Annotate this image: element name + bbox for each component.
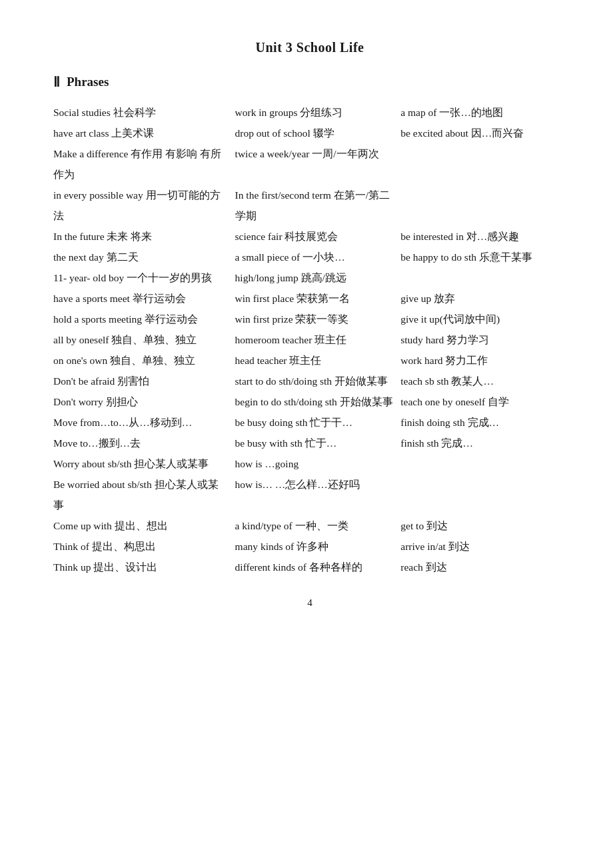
phrase-row: Think of 提出、构思出many kinds of 许多种arrive i… bbox=[53, 536, 566, 557]
roman-numeral: Ⅱ bbox=[53, 74, 60, 90]
phrase-item: how is… …怎么样…还好吗 bbox=[235, 474, 401, 495]
phrase-row: the next day 第二天a small piece of 一小块…be … bbox=[53, 247, 566, 267]
page-number: 4 bbox=[53, 597, 566, 609]
phrase-row: Think up 提出、设计出different kinds of 各种各样的r… bbox=[53, 557, 566, 577]
phrase-item: work in groups 分组练习 bbox=[235, 102, 401, 123]
phrase-row: Social studies 社会科学work in groups 分组练习a … bbox=[53, 102, 566, 123]
phrase-item: in every possible way 用一切可能的方法 bbox=[53, 185, 235, 226]
phrase-item: high/long jump 跳高/跳远 bbox=[235, 267, 401, 288]
phrase-row: 11- year- old boy 一个十一岁的男孩high/long jump… bbox=[53, 267, 566, 288]
phrase-item: Move from…to…从…移动到… bbox=[53, 412, 235, 433]
phrase-row: all by oneself 独自、单独、独立homeroom teacher … bbox=[53, 329, 566, 350]
phrase-row: have art class 上美术课drop out of school 辍学… bbox=[53, 123, 566, 143]
phrase-item: Social studies 社会科学 bbox=[53, 102, 235, 123]
phrase-item: the next day 第二天 bbox=[53, 247, 235, 267]
phrase-item: how is …going bbox=[235, 453, 401, 474]
phrase-item: study hard 努力学习 bbox=[400, 329, 566, 350]
phrase-item: have a sports meet 举行运动会 bbox=[53, 288, 235, 309]
phrase-item: win first prize 荣获一等奖 bbox=[235, 309, 401, 329]
phrase-item: work hard 努力工作 bbox=[400, 350, 566, 371]
phrase-row: on one's own 独自、单独、独立head teacher 班主任wor… bbox=[53, 350, 566, 371]
phrase-item: be busy doing sth 忙于干… bbox=[235, 412, 401, 433]
phrase-row: Move to…搬到…去be busy with sth 忙于…finish s… bbox=[53, 433, 566, 453]
phrase-item: start to do sth/doing sth 开始做某事 bbox=[235, 371, 401, 391]
phrase-item: In the future 未来 将来 bbox=[53, 226, 235, 247]
phrases-grid: Social studies 社会科学work in groups 分组练习a … bbox=[53, 102, 566, 577]
phrase-row: Be worried about sb/sth 担心某人或某事how is… …… bbox=[53, 474, 566, 515]
phrase-row: Come up with 提出、想出a kind/type of 一种、一类ge… bbox=[53, 515, 566, 536]
phrase-item: give it up(代词放中间) bbox=[400, 309, 566, 329]
phrase-item: hold a sports meeting 举行运动会 bbox=[53, 309, 235, 329]
phrase-item: Think of 提出、构思出 bbox=[53, 536, 235, 557]
phrase-item: reach 到达 bbox=[400, 557, 566, 577]
phrase-item: Don't worry 别担心 bbox=[53, 391, 235, 412]
phrase-item: have art class 上美术课 bbox=[53, 123, 235, 143]
phrase-item: In the first/second term 在第一/第二学期 bbox=[235, 185, 401, 226]
phrase-item: twice a week/year 一周/一年两次 bbox=[235, 143, 401, 164]
phrase-item: Worry about sb/sth 担心某人或某事 bbox=[53, 453, 235, 474]
phrase-item: Don't be afraid 别害怕 bbox=[53, 371, 235, 391]
phrase-item: Move to…搬到…去 bbox=[53, 433, 235, 453]
phrase-row: Worry about sb/sth 担心某人或某事how is …going bbox=[53, 453, 566, 474]
phrase-row: In the future 未来 将来science fair 科技展览会be … bbox=[53, 226, 566, 247]
phrase-item: a small piece of 一小块… bbox=[235, 247, 401, 267]
phrase-item: 11- year- old boy 一个十一岁的男孩 bbox=[53, 267, 235, 288]
page-title: Unit 3 School Life bbox=[53, 40, 566, 55]
phrase-row: in every possible way 用一切可能的方法In the fir… bbox=[53, 185, 566, 226]
phrase-item: win first place 荣获第一名 bbox=[235, 288, 401, 309]
phrase-item: homeroom teacher 班主任 bbox=[235, 329, 401, 350]
phrase-row: Don't worry 别担心begin to do sth/doing sth… bbox=[53, 391, 566, 412]
phrase-item: be happy to do sth 乐意干某事 bbox=[400, 247, 566, 267]
phrase-item: science fair 科技展览会 bbox=[235, 226, 401, 247]
phrase-item: many kinds of 许多种 bbox=[235, 536, 401, 557]
phrase-item: Be worried about sb/sth 担心某人或某事 bbox=[53, 474, 235, 515]
phrase-item: arrive in/at 到达 bbox=[400, 536, 566, 557]
phrase-item: be excited about 因…而兴奋 bbox=[400, 123, 566, 143]
phrase-item: Make a difference 有作用 有影响 有所作为 bbox=[53, 143, 235, 185]
phrase-row: Make a difference 有作用 有影响 有所作为twice a we… bbox=[53, 143, 566, 185]
phrase-item: drop out of school 辍学 bbox=[235, 123, 401, 143]
phrase-item: a kind/type of 一种、一类 bbox=[235, 515, 401, 536]
phrase-item: on one's own 独自、单独、独立 bbox=[53, 350, 235, 371]
phrase-item: get to 到达 bbox=[400, 515, 566, 536]
phrase-item: Come up with 提出、想出 bbox=[53, 515, 235, 536]
phrase-item: be interested in 对…感兴趣 bbox=[400, 226, 566, 247]
phrase-item: different kinds of 各种各样的 bbox=[235, 557, 401, 577]
phrase-row: Don't be afraid 别害怕start to do sth/doing… bbox=[53, 371, 566, 391]
phrase-item: Think up 提出、设计出 bbox=[53, 557, 235, 577]
phrase-item: finish sth 完成… bbox=[400, 433, 566, 453]
phrase-item: all by oneself 独自、单独、独立 bbox=[53, 329, 235, 350]
section-header: Ⅱ Phrases bbox=[53, 74, 566, 90]
section-heading: Phrases bbox=[67, 75, 109, 89]
phrase-item: give up 放弃 bbox=[400, 288, 566, 309]
phrase-item: finish doing sth 完成… bbox=[400, 412, 566, 433]
phrase-row: have a sports meet 举行运动会win first place … bbox=[53, 288, 566, 309]
phrase-item: teach sb sth 教某人… bbox=[400, 371, 566, 391]
phrase-item: a map of 一张…的地图 bbox=[400, 102, 566, 123]
phrase-item: teach one by oneself 自学 bbox=[400, 391, 566, 412]
phrase-row: hold a sports meeting 举行运动会win first pri… bbox=[53, 309, 566, 329]
phrase-item: be busy with sth 忙于… bbox=[235, 433, 401, 453]
phrase-row: Move from…to…从…移动到…be busy doing sth 忙于干… bbox=[53, 412, 566, 433]
phrase-item: begin to do sth/doing sth 开始做某事 bbox=[235, 391, 401, 412]
phrase-item: head teacher 班主任 bbox=[235, 350, 401, 371]
